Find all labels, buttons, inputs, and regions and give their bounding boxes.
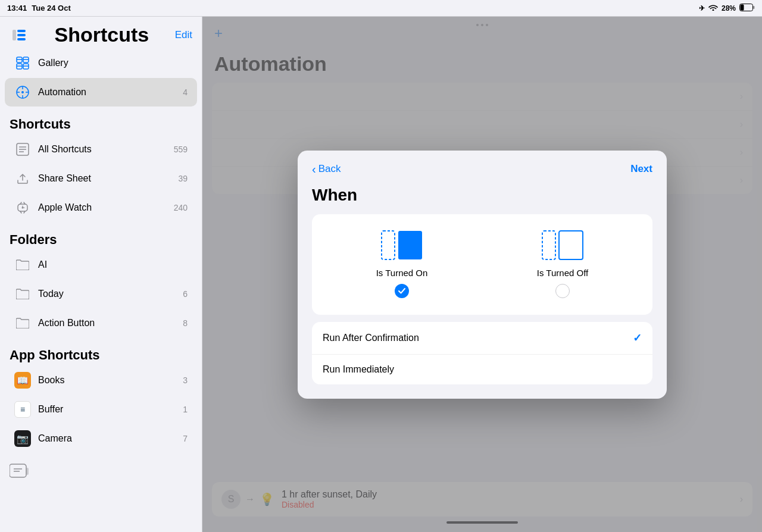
today-folder-icon: [14, 286, 31, 302]
svg-point-16: [21, 91, 24, 93]
status-left: 13:41 Tue 24 Oct: [7, 4, 71, 12]
turned-off-radio[interactable]: [555, 284, 570, 298]
svg-rect-38: [398, 231, 422, 259]
svg-rect-37: [382, 231, 395, 259]
sidebar-title: Shortcuts: [55, 24, 149, 46]
modal-section-title: When: [312, 186, 652, 205]
share-sheet-label: Share Sheet: [38, 173, 171, 184]
chevron-left-icon: ‹: [312, 162, 316, 176]
battery-icon: [739, 4, 755, 13]
ai-label: AI: [38, 259, 188, 270]
books-badge: 3: [183, 375, 188, 385]
camera-icon: 📷: [14, 430, 31, 447]
sidebar-item-ai[interactable]: AI: [5, 251, 197, 279]
share-sheet-badge: 39: [178, 174, 188, 183]
sidebar-item-action-button[interactable]: Action Button 8: [5, 309, 197, 337]
action-button-label: Action Button: [38, 318, 176, 328]
svg-rect-3: [13, 30, 16, 40]
sidebar-item-today[interactable]: Today 6: [5, 280, 197, 308]
ai-folder-icon: [14, 256, 31, 273]
app-container: Shortcuts Edit Gallery: [0, 17, 762, 532]
svg-rect-2: [753, 6, 755, 9]
battery-text: 28%: [722, 4, 736, 12]
app-shortcuts-section-header: App Shortcuts: [0, 338, 202, 365]
run-immediately-label: Run Immediately: [323, 364, 394, 375]
svg-rect-33: [10, 464, 26, 477]
modal-overlay[interactable]: ‹ Back Next When: [202, 17, 762, 532]
toggle-off-icon: [541, 229, 584, 262]
time: 13:41: [7, 4, 27, 12]
status-bar: 13:41 Tue 24 Oct ✈ 28%: [0, 0, 762, 17]
sidebar-item-automation[interactable]: Automation 4: [5, 78, 197, 107]
run-after-confirmation-check: ✓: [633, 331, 642, 345]
when-options: Is Turned On: [321, 229, 643, 298]
svg-rect-1: [741, 4, 744, 10]
gallery-label: Gallery: [38, 58, 188, 68]
option-turned-on[interactable]: Is Turned On: [321, 229, 482, 298]
apple-watch-label: Apple Watch: [38, 202, 167, 213]
books-label: Books: [38, 375, 176, 386]
sidebar-toggle-button[interactable]: [10, 26, 29, 45]
run-after-confirmation-label: Run After Confirmation: [323, 333, 419, 343]
toggle-on-icon: [380, 229, 423, 262]
buffer-label: Buffer: [38, 404, 176, 415]
modal-nav: ‹ Back Next: [312, 162, 652, 176]
apple-watch-badge: 240: [174, 203, 188, 212]
sidebar-item-apple-watch[interactable]: Apple Watch 240: [5, 193, 197, 222]
svg-rect-4: [17, 30, 26, 32]
main-content: + Automation › › › ›: [202, 17, 762, 532]
today-badge: 6: [183, 289, 188, 299]
airplane-icon: ✈: [699, 4, 705, 12]
action-button-folder-icon: [14, 315, 31, 331]
date: Tue 24 Oct: [32, 4, 71, 12]
sidebar-item-books[interactable]: 📖 Books 3: [5, 366, 197, 395]
option-turned-off[interactable]: Is Turned Off: [482, 229, 643, 298]
sidebar-item-gallery[interactable]: Gallery: [5, 49, 197, 77]
books-icon: 📖: [14, 372, 31, 389]
sidebar-item-share-sheet[interactable]: Share Sheet 39: [5, 164, 197, 193]
svg-rect-6: [17, 38, 26, 40]
automation-icon: [14, 84, 31, 101]
back-label: Back: [318, 163, 341, 175]
svg-rect-40: [559, 231, 583, 259]
camera-badge: 7: [183, 434, 188, 443]
next-button[interactable]: Next: [630, 163, 652, 175]
shortcuts-section-header: Shortcuts: [0, 107, 202, 134]
svg-rect-5: [17, 34, 26, 36]
turned-on-radio[interactable]: [395, 284, 409, 298]
sidebar-item-buffer[interactable]: ≡ Buffer 1: [5, 395, 197, 424]
buffer-icon: ≡: [14, 401, 31, 418]
sidebar-item-camera[interactable]: 📷 Camera 7: [5, 424, 197, 453]
turned-on-label: Is Turned On: [376, 268, 428, 278]
share-sheet-icon: [14, 170, 31, 187]
action-button-badge: 8: [183, 318, 188, 328]
today-label: Today: [38, 289, 176, 299]
run-immediately-item[interactable]: Run Immediately: [312, 355, 652, 384]
sidebar-item-all-shortcuts[interactable]: All Shortcuts 559: [5, 135, 197, 164]
buffer-badge: 1: [183, 405, 188, 414]
svg-rect-39: [542, 231, 555, 259]
modal: ‹ Back Next When: [298, 151, 667, 399]
sidebar-edit-button[interactable]: Edit: [175, 29, 192, 41]
back-button[interactable]: ‹ Back: [312, 162, 341, 176]
turned-off-label: Is Turned Off: [537, 268, 588, 278]
svg-rect-34: [26, 468, 29, 475]
sidebar-header: Shortcuts Edit: [0, 17, 202, 48]
status-right: ✈ 28%: [699, 4, 755, 13]
wifi-icon: [708, 4, 718, 12]
all-shortcuts-icon: [14, 141, 31, 158]
sidebar-bottom-icon: [0, 453, 202, 489]
run-options-card: Run After Confirmation ✓ Run Immediately: [312, 322, 652, 384]
camera-label: Camera: [38, 433, 176, 444]
run-after-confirmation-item[interactable]: Run After Confirmation ✓: [312, 322, 652, 355]
sidebar: Shortcuts Edit Gallery: [0, 17, 202, 532]
folders-section-header: Folders: [0, 223, 202, 250]
apple-watch-icon: [14, 199, 31, 216]
all-shortcuts-label: All Shortcuts: [38, 144, 167, 155]
all-shortcuts-badge: 559: [174, 145, 188, 154]
automation-badge: 4: [183, 87, 188, 97]
automation-label: Automation: [38, 87, 176, 98]
when-card: Is Turned On: [312, 214, 652, 315]
gallery-icon: [14, 55, 31, 71]
